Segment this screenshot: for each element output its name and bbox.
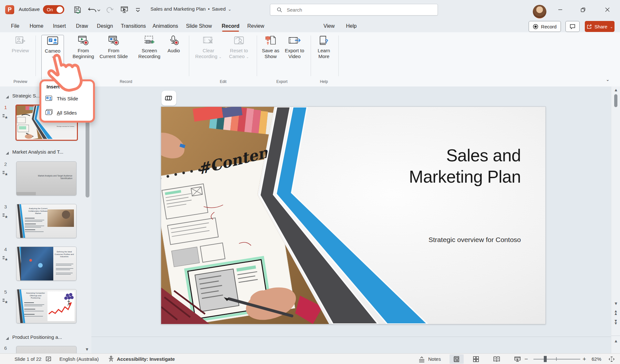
slide-canvas[interactable]: #Content Sales and Marketing Plan Strate… xyxy=(161,106,546,324)
comments-button[interactable] xyxy=(565,21,580,32)
learn-more-button[interactable]: ? Learn More xyxy=(314,35,334,79)
undo-button[interactable] xyxy=(88,6,100,14)
section-strategic[interactable]: Strategic S... xyxy=(12,93,40,98)
export-to-video-button[interactable]: Export to Video xyxy=(284,35,305,79)
slide-5-thumbnail[interactable]: Assessing Competitor Offerings and Posit… xyxy=(16,289,77,323)
animation-indicator-icon[interactable]: ★ xyxy=(3,114,8,120)
start-slideshow-icon[interactable] xyxy=(120,6,129,14)
minimize-button[interactable] xyxy=(553,5,568,15)
slide-4-thumbnail[interactable]: Defining the Ideal Customer Profiles and… xyxy=(16,247,77,281)
language-button[interactable]: English (Australia) xyxy=(59,354,99,364)
preview-button[interactable]: Preview xyxy=(9,35,32,79)
record-presentation-button[interactable]: Record xyxy=(529,21,561,32)
reset-to-cameo-button[interactable]: Reset to Cameo ⌄ xyxy=(225,35,253,79)
redo-button[interactable] xyxy=(105,6,114,14)
tab-transitions[interactable]: Transitions xyxy=(119,21,147,31)
panel-scrollbar-thumb[interactable] xyxy=(86,120,89,197)
user-avatar[interactable] xyxy=(533,5,546,18)
slide-sorter-view-button[interactable] xyxy=(469,354,483,364)
search-bar[interactable] xyxy=(270,4,438,15)
clear-recording-label: Clear Recording ⌄ xyxy=(193,48,224,59)
tab-record[interactable]: Record xyxy=(220,21,241,31)
zoom-in-button[interactable]: + xyxy=(583,354,586,364)
document-title-group[interactable]: Sales and Marketing Plan • Saved ⌄ xyxy=(150,6,232,12)
scroll-up-icon[interactable]: ▲ xyxy=(614,88,618,92)
next-slide-button[interactable]: ▼▼ xyxy=(614,319,618,325)
help-group-label: Help xyxy=(314,79,334,84)
powerpoint-app-icon[interactable]: P xyxy=(5,5,14,14)
notes-icon xyxy=(418,356,426,362)
tab-animations[interactable]: Animations xyxy=(151,21,180,31)
slide-2-thumbnail[interactable]: Market Analysis and Target Audience Iden… xyxy=(16,161,77,196)
normal-view-button[interactable] xyxy=(450,354,464,364)
animation-indicator-icon[interactable]: ★ xyxy=(3,213,8,219)
slideshow-view-button[interactable] xyxy=(510,354,524,364)
section-collapse-icon[interactable] xyxy=(6,337,9,340)
notes-button[interactable]: Notes xyxy=(418,354,441,364)
animation-indicator-icon[interactable]: ★ xyxy=(3,256,8,262)
editor-scrollbar-thumb[interactable] xyxy=(614,94,617,107)
animation-indicator-icon[interactable]: ★ xyxy=(3,170,8,177)
record-button-label: Record xyxy=(541,24,556,29)
slide-subtitle[interactable]: Strategic overview for Contoso xyxy=(359,236,521,244)
fit-slide-to-window-button[interactable] xyxy=(605,354,618,364)
record-from-current-slide-button[interactable]: From Current Slide xyxy=(99,35,128,79)
record-from-current-slide-icon xyxy=(108,35,120,46)
audio-button[interactable]: Audio xyxy=(165,35,183,79)
menu-item-all-slides[interactable]: All Slides xyxy=(45,108,90,117)
previous-slide-button[interactable]: ▲▲ xyxy=(614,310,618,315)
screen-recording-button[interactable]: Screen Recording xyxy=(136,35,163,79)
tab-insert[interactable]: Insert xyxy=(50,21,68,31)
slide-counter[interactable]: Slide 1 of 22 xyxy=(15,354,41,364)
zoom-level-label[interactable]: 62% xyxy=(592,354,601,364)
tab-view[interactable]: View xyxy=(322,21,336,31)
save-as-show-button[interactable]: Save as Show xyxy=(259,35,282,79)
panel-scroll-down-icon[interactable]: ▼ xyxy=(85,347,89,351)
tab-slide-show[interactable]: Slide Show xyxy=(184,21,214,31)
slide-sorter-icon xyxy=(473,356,479,362)
accessibility-button[interactable]: Accessibility: Investigate xyxy=(108,354,175,364)
search-input[interactable] xyxy=(286,7,423,13)
tab-review[interactable]: Review xyxy=(246,21,265,31)
group-divider xyxy=(257,35,257,76)
zoom-slider-track[interactable] xyxy=(533,359,580,359)
title-separator: • xyxy=(208,6,210,12)
zoom-slider-thumb[interactable] xyxy=(544,356,547,362)
share-button[interactable]: Share ⌄ xyxy=(585,21,615,32)
mini-text-line xyxy=(24,311,44,311)
zoom-out-button[interactable]: − xyxy=(524,354,528,364)
chevron-down-icon: ⌄ xyxy=(219,55,222,59)
tab-home[interactable]: Home xyxy=(27,21,46,31)
save-icon[interactable] xyxy=(74,6,82,14)
collapse-ribbon-icon[interactable]: ⌄ xyxy=(606,77,610,82)
slide-3-thumbnail[interactable]: Analyzing the Current Collaboration Soft… xyxy=(16,204,77,238)
tab-design[interactable]: Design xyxy=(95,21,115,31)
zoom-slider-tick xyxy=(556,357,557,361)
notes-pane-splitter[interactable] xyxy=(91,337,611,337)
section-product-positioning[interactable]: Product Positioning a... xyxy=(12,334,62,340)
section-market-analysis[interactable]: Market Analysis and T... xyxy=(12,149,63,155)
restore-button[interactable] xyxy=(575,5,590,15)
tab-draw[interactable]: Draw xyxy=(74,21,90,31)
autosave-toggle[interactable]: On xyxy=(43,5,64,14)
animation-indicator-icon[interactable]: ★ xyxy=(3,298,8,304)
spellcheck-button[interactable] xyxy=(45,354,52,364)
reset-to-cameo-icon xyxy=(232,35,245,46)
powerpoint-window: P AutoSave On Sales and Marketing Plan •… xyxy=(0,0,620,364)
tab-file[interactable]: File xyxy=(8,21,22,31)
slide-title[interactable]: Sales and Marketing Plan xyxy=(395,145,521,187)
section-collapse-icon[interactable] xyxy=(6,96,9,98)
customize-quick-access-icon[interactable] xyxy=(134,6,141,14)
notes-scroll-up-icon[interactable]: ▲ xyxy=(614,339,618,343)
section-collapse-icon[interactable] xyxy=(6,152,9,155)
slide-6-thumbnail[interactable] xyxy=(16,346,77,353)
clear-recording-button[interactable]: Clear Recording ⌄ xyxy=(193,35,224,79)
scroll-down-icon[interactable]: ▼ xyxy=(614,301,618,306)
designer-button[interactable] xyxy=(161,91,176,106)
mini-text-line xyxy=(56,269,70,270)
reading-view-button[interactable] xyxy=(490,354,504,364)
close-button[interactable] xyxy=(600,5,615,15)
editor-scrollbar[interactable]: ▲ ▼ ▲▲ ▼▼ ▲ xyxy=(611,86,620,353)
scrollbar-divider xyxy=(611,336,620,336)
tab-help[interactable]: Help xyxy=(344,21,358,31)
